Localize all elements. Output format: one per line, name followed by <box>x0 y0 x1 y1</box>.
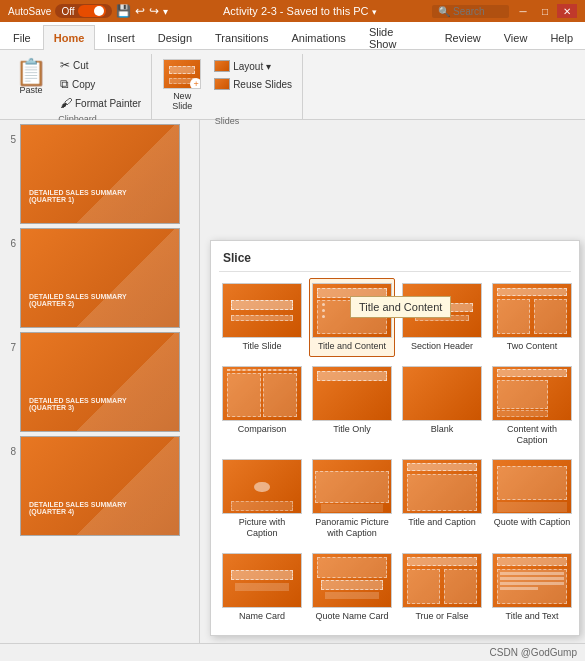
layout-label-name-card: Name Card <box>239 611 285 622</box>
layout-label-quote-name: Quote Name Card <box>315 611 388 622</box>
tab-view[interactable]: View <box>493 25 539 49</box>
layout-item-true-false[interactable]: True or False <box>399 548 485 627</box>
ribbon-more-groups <box>303 54 581 119</box>
layout-thumb-inner <box>223 554 301 607</box>
title-bar-left: AutoSave Off 💾 ↩ ↪ ▾ <box>8 4 168 18</box>
layout-label-title-text: Title and Text <box>505 611 558 622</box>
copy-icon: ⧉ <box>60 77 69 91</box>
tab-insert[interactable]: Insert <box>96 25 146 49</box>
layout-label-blank: Blank <box>431 424 454 435</box>
clipboard-small-btns: ✂ Cut ⧉ Copy 🖌 Format Painter <box>56 56 145 112</box>
tab-review[interactable]: Review <box>434 25 492 49</box>
new-slide-label2: Slide <box>172 101 192 111</box>
layout-item-panoramic[interactable]: Panoramic Picture with Caption <box>309 454 395 544</box>
layout-thumb-inner <box>493 284 571 337</box>
tab-file[interactable]: File <box>2 25 42 49</box>
layout-label-title-caption: Title and Caption <box>408 517 476 528</box>
layout-item-two-content[interactable]: Two Content <box>489 278 575 357</box>
format-painter-button[interactable]: 🖌 Format Painter <box>56 94 145 112</box>
layout-label-section-header: Section Header <box>411 341 473 352</box>
layout-thumb-inner <box>403 554 481 607</box>
layout-thumb-inner <box>403 460 481 513</box>
autosave-knob <box>94 6 104 16</box>
popup-title: Slice <box>219 249 571 272</box>
layout-item-quote-caption[interactable]: Quote with Caption <box>489 454 575 544</box>
slide-number-7: 7 <box>4 342 16 353</box>
slides-group-content: + New Slide Layout ▾ Reuse Slides <box>158 56 296 114</box>
redo-icon[interactable]: ↪ <box>149 4 159 18</box>
layout-thumb-true-false <box>402 553 482 608</box>
list-item: 5 DETAILED SALES SUMMARY(QUARTER 1) <box>4 124 195 224</box>
layout-thumb-title-slide <box>222 283 302 338</box>
layout-thumb-inner <box>313 554 391 607</box>
layout-label-two-content: Two Content <box>507 341 558 352</box>
copy-button[interactable]: ⧉ Copy <box>56 75 145 93</box>
main-area: 5 DETAILED SALES SUMMARY(QUARTER 1) 6 DE… <box>0 120 585 643</box>
new-slide-button[interactable]: + New Slide <box>158 56 206 114</box>
layout-item-title-only[interactable]: Title Only <box>309 361 395 451</box>
new-slide-icon: + <box>163 59 201 89</box>
layout-thumb-title-only <box>312 366 392 421</box>
layout-item-blank[interactable]: Blank <box>399 361 485 451</box>
layout-thumb-name-card <box>222 553 302 608</box>
slide-thumb-7[interactable]: DETAILED SALES SUMMARY(QUARTER 3) <box>20 332 180 432</box>
undo-icon[interactable]: ↩ <box>135 4 145 18</box>
layout-item-title-caption[interactable]: Title and Caption <box>399 454 485 544</box>
slide-diagonal <box>21 125 179 223</box>
slide-thumb-8[interactable]: DETAILED SALES SUMMARY(QUARTER 4) <box>20 436 180 536</box>
slide-diagonal <box>21 229 179 327</box>
layout-label-title-only: Title Only <box>333 424 371 435</box>
layout-thumb-inner <box>313 460 391 513</box>
layout-grid: Title Slide Title and Content <box>219 278 571 627</box>
cut-button[interactable]: ✂ Cut <box>56 56 145 74</box>
slide-text-5: DETAILED SALES SUMMARY(QUARTER 1) <box>29 189 171 203</box>
minimize-button[interactable]: ─ <box>513 4 533 18</box>
save-icon[interactable]: 💾 <box>116 4 131 18</box>
layout-thumb-title-text <box>492 553 572 608</box>
layout-thumb-inner <box>493 460 571 513</box>
layout-thumb-blank <box>402 366 482 421</box>
clipboard-group-content: 📋 Paste ✂ Cut ⧉ Copy 🖌 Format Painter <box>10 56 145 112</box>
layout-item-quote-name[interactable]: Quote Name Card <box>309 548 395 627</box>
layout-button[interactable]: Layout ▾ <box>210 58 296 74</box>
tab-slideshow[interactable]: Slide Show <box>358 25 433 49</box>
layout-thumb-inner <box>223 460 301 513</box>
autosave-badge[interactable]: Off <box>55 4 111 18</box>
layout-label-content-caption: Content with Caption <box>492 424 572 446</box>
layout-thumb-inner <box>313 367 391 420</box>
tab-animations[interactable]: Animations <box>280 25 356 49</box>
tab-home[interactable]: Home <box>43 25 96 50</box>
close-button[interactable]: ✕ <box>557 4 577 18</box>
paste-button[interactable]: 📋 Paste <box>10 56 52 98</box>
autosave-state: Off <box>61 6 74 17</box>
new-slide-label: New <box>173 91 191 101</box>
layout-item-title-text[interactable]: Title and Text <box>489 548 575 627</box>
slide-text-8: DETAILED SALES SUMMARY(QUARTER 4) <box>29 501 171 515</box>
slide-thumb-6[interactable]: DETAILED SALES SUMMARY(QUARTER 2) <box>20 228 180 328</box>
layout-thumb-inner <box>493 367 571 420</box>
layout-label-title-content: Title and Content <box>318 341 386 352</box>
layout-thumb-title-caption <box>402 459 482 514</box>
paste-icon: 📋 <box>15 59 47 85</box>
autosave-toggle[interactable] <box>78 5 106 17</box>
reuse-slides-button[interactable]: Reuse Slides <box>210 76 296 92</box>
search-input[interactable] <box>453 6 503 17</box>
maximize-button[interactable]: □ <box>535 4 555 18</box>
list-item: 6 DETAILED SALES SUMMARY(QUARTER 2) <box>4 228 195 328</box>
search-icon: 🔍 <box>438 6 450 17</box>
layout-label-quote-caption: Quote with Caption <box>494 517 571 528</box>
tab-design[interactable]: Design <box>147 25 203 49</box>
tab-transitions[interactable]: Transitions <box>204 25 279 49</box>
layout-item-name-card[interactable]: Name Card <box>219 548 305 627</box>
layout-item-comparison[interactable]: Comparison <box>219 361 305 451</box>
layout-label-pic-caption: Picture with Caption <box>222 517 302 539</box>
title-bar-title: Activity 2-3 - Saved to this PC ▾ <box>168 5 432 17</box>
slide-number-6: 6 <box>4 238 16 249</box>
layout-item-pic-caption[interactable]: Picture with Caption <box>219 454 305 544</box>
title-dropdown-icon[interactable]: ▾ <box>372 7 377 17</box>
layout-item-content-caption[interactable]: Content with Caption <box>489 361 575 451</box>
layout-item-title-slide[interactable]: Title Slide <box>219 278 305 357</box>
slide-thumb-5[interactable]: DETAILED SALES SUMMARY(QUARTER 1) <box>20 124 180 224</box>
tab-help[interactable]: Help <box>539 25 584 49</box>
slide-text-6: DETAILED SALES SUMMARY(QUARTER 2) <box>29 293 171 307</box>
